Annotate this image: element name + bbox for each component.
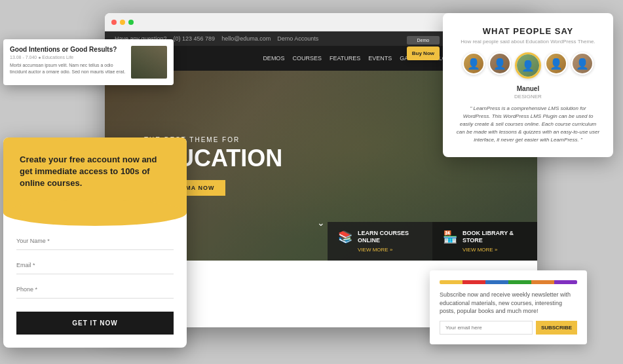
- buy-now-badge: Demo Buy Now: [407, 36, 440, 60]
- hero-feature-cards: 📚 LEARN COURSES ONLINE VIEW MORE » 🏪 BOO…: [328, 222, 537, 261]
- card-courses-title: LEARN COURSES ONLINE: [358, 230, 422, 245]
- testimonial-subtitle: How real people said about Education Wor…: [456, 39, 600, 45]
- demo-accounts-link[interactable]: Demo Accounts: [277, 35, 318, 42]
- blog-popup-text: Morbi accumsan ipsum velit. Nam nec tell…: [10, 62, 126, 75]
- testimonial-active-role: DESIGNER: [456, 94, 600, 100]
- email-input[interactable]: [16, 257, 174, 274]
- testimonial-active-name: Manuel: [456, 85, 600, 92]
- avatar-3-active[interactable]: 👤: [515, 52, 541, 79]
- form-card-body: GET IT NOW: [3, 213, 187, 348]
- avatar-1[interactable]: 👤: [463, 52, 485, 75]
- blog-popup-title: Good Intentions or Good Results?: [10, 46, 126, 53]
- avatar-4[interactable]: 👤: [545, 52, 567, 75]
- card-courses-content: LEARN COURSES ONLINE VIEW MORE »: [358, 230, 422, 253]
- newsletter-email-input[interactable]: [440, 321, 533, 335]
- testimonial-avatars: 👤 👤 👤 👤 👤: [456, 52, 600, 79]
- newsletter-input-row: SUBSCRIBE: [440, 321, 577, 335]
- scroll-down-indicator: ⌄: [317, 217, 325, 228]
- blog-popup-card: Good Intentions or Good Results? 13.08 -…: [3, 39, 174, 85]
- avatar-img-1: 👤: [464, 54, 483, 73]
- signup-form-card: Create your free account now and get imm…: [3, 137, 187, 348]
- card-library-content: BOOK LIBRARY & STORE VIEW MORE »: [463, 230, 527, 253]
- library-icon: 🏪: [443, 230, 457, 244]
- phone-text: (0) 123 456 789: [174, 35, 216, 42]
- nav-item-features[interactable]: FEATURES: [330, 55, 360, 62]
- browser-minimize-dot[interactable]: [120, 20, 125, 25]
- testimonial-title: WHAT PEOPLE SAY: [456, 26, 600, 36]
- form-card-header: Create your free account now and get imm…: [3, 137, 187, 213]
- nav-item-demos[interactable]: DEMOS: [263, 55, 284, 62]
- demo-badge[interactable]: Demo: [407, 36, 440, 45]
- blog-popup-meta: 13.08 - 7.040 ● Educations Life: [10, 55, 126, 60]
- nav-item-events[interactable]: EVENTS: [368, 55, 392, 62]
- courses-icon: 📚: [338, 230, 352, 244]
- newsletter-card: Subscribe now and receive weekly newslet…: [430, 270, 587, 344]
- blog-popup-content: Good Intentions or Good Results? 13.08 -…: [10, 46, 126, 79]
- card-courses-link[interactable]: VIEW MORE »: [358, 247, 422, 253]
- hero-card-library: 🏪 BOOK LIBRARY & STORE VIEW MORE »: [432, 222, 537, 261]
- card-library-title: BOOK LIBRARY & STORE: [463, 230, 527, 245]
- form-submit-button[interactable]: GET IT NOW: [16, 312, 174, 335]
- avatar-img-5: 👤: [573, 54, 592, 73]
- email-text: hello@eduma.com: [221, 35, 271, 42]
- testimonial-card: WHAT PEOPLE SAY How real people said abo…: [443, 13, 613, 157]
- nav-item-courses[interactable]: COURSES: [292, 55, 322, 62]
- blog-popup-image: [131, 46, 167, 79]
- newsletter-title: Subscribe now and receive weekly newslet…: [440, 291, 577, 316]
- name-input[interactable]: [16, 232, 174, 250]
- newsletter-subscribe-button[interactable]: SUBSCRIBE: [536, 321, 577, 335]
- testimonial-quote: " LearnPress is a comprehensive LMS solu…: [456, 105, 600, 144]
- newsletter-stripe: [440, 280, 577, 284]
- browser-close-dot[interactable]: [111, 20, 117, 25]
- avatar-img-4: 👤: [546, 54, 566, 73]
- avatar-2[interactable]: 👤: [489, 52, 511, 75]
- phone-input[interactable]: [16, 281, 174, 299]
- buy-now-button[interactable]: Buy Now: [407, 46, 440, 60]
- avatar-img-3: 👤: [517, 54, 539, 77]
- hero-card-courses: 📚 LEARN COURSES ONLINE VIEW MORE »: [328, 222, 432, 261]
- avatar-img-2: 👤: [490, 54, 510, 73]
- browser-maximize-dot[interactable]: [128, 20, 134, 25]
- form-card-title: Create your free account now and get imm…: [20, 154, 170, 190]
- blog-popup-image-bg: [131, 46, 167, 79]
- avatar-5[interactable]: 👤: [571, 52, 594, 75]
- card-library-link[interactable]: VIEW MORE »: [463, 247, 527, 253]
